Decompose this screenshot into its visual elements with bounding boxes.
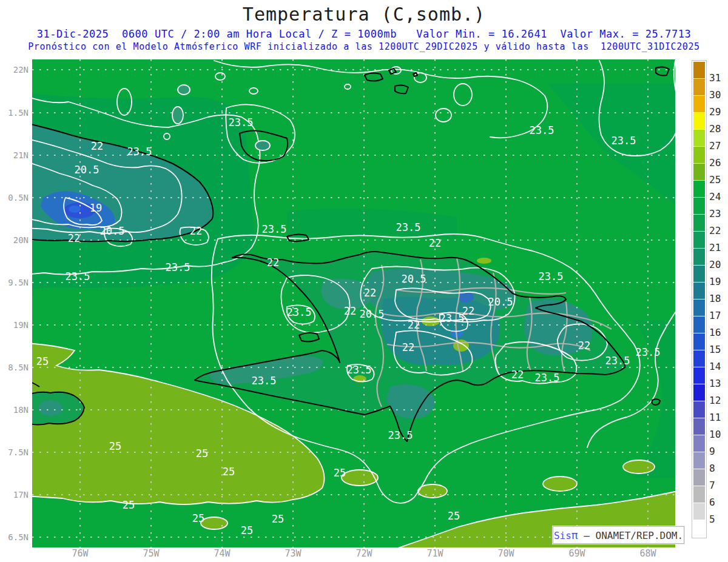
contour-label: 23.5 — [166, 261, 190, 273]
colorbar-segment — [693, 113, 705, 129]
contour-label: 23.5 — [127, 146, 152, 158]
colorbar-value-label: 30 — [709, 89, 727, 101]
contour-label: 25 — [223, 466, 235, 478]
colorbar-segment — [693, 147, 705, 163]
contour-label: 19 — [90, 202, 102, 214]
page-title: Temperatura (C,somb.) — [0, 4, 728, 25]
lat-axis-label: 20N — [0, 235, 29, 245]
credit-brand: Sis — [554, 530, 571, 541]
contour-label: 22 — [462, 305, 474, 317]
contour-label: 20.5 — [75, 164, 99, 176]
contour-label: 23.5 — [252, 375, 277, 387]
contour-label: 23.5 — [229, 116, 254, 129]
colorbar-value-label: 9 — [709, 446, 727, 457]
lat-axis-label: 22N — [0, 65, 29, 75]
contour-label: 25 — [36, 355, 49, 367]
contour-label: 20.5 — [402, 273, 426, 285]
colorbar-segment — [693, 232, 705, 248]
colorbar-segment — [693, 503, 705, 520]
colorbar-value-label: 16 — [709, 327, 727, 338]
contour-label: 20.5 — [488, 296, 513, 308]
lat-axis-label: 21N — [0, 150, 29, 160]
lon-axis-label: 76W — [67, 548, 93, 559]
contour-label: 25 — [334, 467, 346, 479]
contour-label: 22 — [267, 256, 279, 269]
lat-axis-label: 6.5N — [0, 532, 29, 542]
lat-axis-label: 17N — [0, 490, 29, 500]
colorbar-value-label: 5 — [709, 513, 727, 525]
lat-axis-label: 9.5N — [0, 278, 29, 287]
contour-label: 22 — [190, 225, 202, 237]
colorbar-segments — [693, 62, 705, 537]
contour-label: 25 — [109, 440, 121, 452]
colorbar-value-label: 17 — [709, 310, 727, 321]
colorbar-value-label: 10 — [709, 429, 727, 440]
colorbar-segment — [693, 401, 705, 418]
colorbar-value-label: 6 — [709, 497, 727, 508]
contour-label: 20.5 — [100, 225, 125, 237]
lon-axis-label: 75W — [138, 548, 164, 559]
colorbar-segment — [693, 486, 705, 503]
colorbar-value-label: 11 — [709, 412, 727, 423]
colorbar-segment — [693, 215, 705, 231]
colorbar — [692, 60, 707, 538]
contour-label: 23.5 — [535, 372, 560, 384]
lat-axis-label: 0.5N — [0, 193, 29, 202]
contour-label: 22 — [402, 341, 414, 353]
colorbar-value-label: 13 — [709, 378, 727, 389]
colorbar-segment — [693, 452, 705, 469]
contour-label: 23.5 — [539, 270, 564, 283]
contour-label: 23.5 — [287, 306, 312, 318]
contour-label: 23.5 — [605, 355, 630, 367]
weather-map-page: Temperatura (C,somb.) 31-Dic-2025 0600 U… — [0, 0, 728, 562]
colorbar-value-label: 15 — [709, 344, 727, 355]
contour-label: 22 — [344, 305, 356, 317]
colorbar-value-label: 28 — [709, 123, 727, 135]
colorbar-value-label: 12 — [709, 395, 727, 406]
colorbar-value-label: 25 — [709, 174, 727, 186]
colorbar-segment — [693, 316, 705, 333]
subtitle-datetime-minmax: 31-Dic-2025 0600 UTC / 2:00 am Hora Loca… — [0, 28, 728, 40]
lat-axis-label: 7.5N — [0, 447, 29, 457]
contour-label: 23.5 — [347, 364, 372, 376]
contour-label: 23.5 — [66, 270, 90, 283]
colorbar-segment — [693, 249, 705, 265]
colorbar-segment — [693, 79, 705, 95]
colorbar-segment — [693, 130, 705, 146]
contour-label: 25 — [272, 513, 284, 525]
colorbar-value-label: 14 — [709, 361, 727, 372]
contour-label: 23.5 — [612, 135, 636, 147]
colorbar-value-label: 22 — [709, 225, 727, 236]
contour-label: 23.5 — [440, 312, 465, 324]
lon-axis-label: 71W — [422, 548, 448, 559]
colorbar-value-label: 23 — [709, 208, 727, 219]
colorbar-segment — [693, 333, 705, 350]
colorbar-segment — [693, 469, 705, 486]
lon-axis-label: 73W — [280, 548, 306, 559]
lat-axis-label: 8.5N — [0, 363, 29, 372]
colorbar-value-label: 26 — [709, 157, 727, 169]
contour-label: 23.5 — [396, 221, 421, 233]
colorbar-value-label: 19 — [709, 276, 727, 287]
contour-label: 22 — [429, 237, 441, 249]
lat-axis-label: 19N — [0, 320, 29, 330]
colorbar-value-label: 8 — [709, 463, 727, 474]
contour-label: 23.5 — [530, 124, 554, 136]
contour-label: 22 — [578, 340, 590, 352]
colorbar-segment — [693, 299, 705, 316]
lon-axis-label: 70W — [493, 548, 519, 559]
colorbar-segment — [693, 435, 705, 452]
lon-axis-label: 68W — [635, 548, 661, 559]
contour-label: 25 — [448, 510, 460, 522]
lon-axis-label: 69W — [564, 548, 590, 559]
contour-label: 25 — [123, 499, 135, 511]
colorbar-segment — [693, 283, 705, 299]
contour-label: 22 — [91, 140, 103, 152]
colorbar-segment — [693, 181, 705, 197]
contour-label: 22 — [408, 319, 420, 331]
colorbar-value-label: 24 — [709, 191, 727, 202]
temperature-map: 23.523.523.523.523.523.523.523.523.523.5… — [32, 59, 675, 547]
colorbar-segment — [693, 350, 705, 367]
colorbar-segment — [693, 62, 705, 78]
temperature-map-svg: 23.523.523.523.523.523.523.523.523.523.5… — [32, 59, 675, 547]
